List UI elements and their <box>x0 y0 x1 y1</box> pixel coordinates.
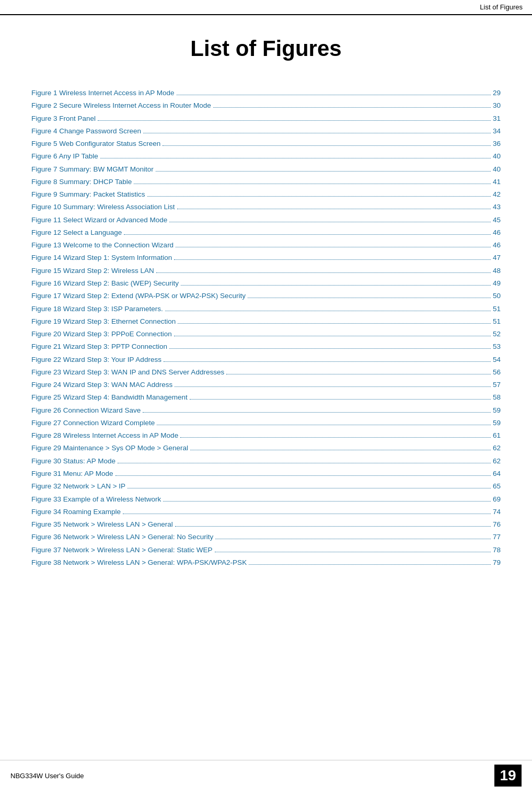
toc-dots <box>190 399 491 400</box>
toc-entry: Figure 20 Wizard Step 3: PPPoE Connectio… <box>31 328 501 340</box>
toc-entry-page: 36 <box>493 138 501 150</box>
toc-entry: Figure 16 Wizard Step 2: Basic (WEP) Sec… <box>31 278 501 289</box>
toc-dots <box>178 323 491 324</box>
toc-entry-page: 59 <box>493 405 501 416</box>
toc-entry-page: 54 <box>493 354 501 366</box>
toc-entry-page: 78 <box>493 544 501 556</box>
toc-entry: Figure 15 Wizard Step 2: Wireless LAN48 <box>31 265 501 277</box>
toc-entry-label: Figure 24 Wizard Step 3: WAN MAC Address <box>31 379 172 391</box>
toc-entry-page: 76 <box>493 519 501 530</box>
toc-dots <box>156 171 491 172</box>
toc-entry-page: 47 <box>493 252 501 264</box>
toc-entry-label: Figure 12 Select a Language <box>31 227 122 238</box>
toc-entry: Figure 9 Summary: Packet Statistics42 <box>31 189 501 200</box>
toc-entry: Figure 22 Wizard Step 3: Your IP Address… <box>31 354 501 366</box>
toc-dots <box>215 539 491 539</box>
toc-dots <box>98 120 491 121</box>
toc-entry-page: 62 <box>493 442 501 454</box>
toc-entry-label: Figure 32 Network > LAN > IP <box>31 481 125 492</box>
toc-entry-label: Figure 23 Wizard Step 3: WAN IP and DNS … <box>31 367 224 378</box>
toc-entry-page: 46 <box>493 240 501 251</box>
toc-entry-label: Figure 17 Wizard Step 2: Extend (WPA-PSK… <box>31 290 246 302</box>
toc-entry: Figure 13 Welcome to the Connection Wiza… <box>31 240 501 251</box>
toc-entry-page: 50 <box>493 290 501 302</box>
toc-dots <box>156 272 491 273</box>
toc-entry-page: 29 <box>493 87 501 99</box>
toc-dots <box>143 412 491 413</box>
toc-entry: Figure 26 Connection Wizard Save59 <box>31 405 501 416</box>
toc-dots <box>174 336 491 336</box>
toc-entry-label: Figure 26 Connection Wizard Save <box>31 405 141 416</box>
toc-entry: Figure 4 Change Password Screen34 <box>31 126 501 137</box>
toc-entry: Figure 17 Wizard Step 2: Extend (WPA-PSK… <box>31 290 501 302</box>
page-main-title: List of Figures <box>0 15 532 87</box>
toc-dots <box>147 196 491 197</box>
toc-entry-page: 79 <box>493 557 501 568</box>
toc-container: Figure 1 Wireless Internet Access in AP … <box>0 87 532 590</box>
toc-entry-page: 45 <box>493 214 501 226</box>
toc-entry-label: Figure 11 Select Wizard or Advanced Mode <box>31 214 167 226</box>
toc-dots <box>163 501 491 502</box>
toc-entry-label: Figure 29 Maintenance > Sys OP Mode > Ge… <box>31 442 188 454</box>
toc-entry-page: 64 <box>493 468 501 480</box>
toc-dots <box>164 361 491 362</box>
toc-dots <box>226 374 491 374</box>
toc-entry-page: 40 <box>493 164 501 175</box>
toc-entry-label: Figure 37 Network > Wireless LAN > Gener… <box>31 544 213 556</box>
toc-entry: Figure 27 Connection Wizard Complete59 <box>31 417 501 429</box>
toc-entry-page: 59 <box>493 417 501 429</box>
toc-entry-label: Figure 14 Wizard Step 1: System Informat… <box>31 252 172 264</box>
toc-dots <box>163 145 491 146</box>
page-header: List of Figures <box>0 0 532 15</box>
toc-entry: Figure 30 Status: AP Mode62 <box>31 456 501 467</box>
toc-entry: Figure 21 Wizard Step 3: PPTP Connection… <box>31 341 501 352</box>
toc-dots <box>215 552 491 552</box>
toc-entry-label: Figure 35 Network > Wireless LAN > Gener… <box>31 519 173 530</box>
toc-dots <box>181 285 491 286</box>
toc-entry-page: 46 <box>493 227 501 238</box>
toc-entry-label: Figure 21 Wizard Step 3: PPTP Connection <box>31 341 167 352</box>
toc-entry-page: 42 <box>493 189 501 200</box>
toc-entry: Figure 38 Network > Wireless LAN > Gener… <box>31 557 501 568</box>
toc-entry-page: 74 <box>493 506 501 518</box>
toc-entry-page: 40 <box>493 151 501 162</box>
toc-dots <box>123 514 491 514</box>
toc-dots <box>143 133 491 133</box>
toc-dots <box>177 95 491 95</box>
toc-entry-page: 62 <box>493 456 501 467</box>
toc-dots <box>169 348 491 349</box>
toc-dots <box>169 222 491 222</box>
toc-entry: Figure 28 Wireless Internet Access in AP… <box>31 430 501 441</box>
toc-dots <box>213 107 491 108</box>
toc-entry-page: 30 <box>493 100 501 111</box>
footer-product-name: NBG334W User's Guide <box>10 772 84 780</box>
toc-entry-label: Figure 13 Welcome to the Connection Wiza… <box>31 240 174 251</box>
toc-entry: Figure 5 Web Configurator Status Screen3… <box>31 138 501 150</box>
toc-entry-page: 48 <box>493 265 501 277</box>
toc-dots <box>115 475 491 476</box>
toc-entry: Figure 24 Wizard Step 3: WAN MAC Address… <box>31 379 501 391</box>
toc-entry-page: 57 <box>493 379 501 391</box>
toc-dots <box>180 437 491 438</box>
toc-entry: Figure 25 Wizard Step 4: Bandwidth Manag… <box>31 392 501 403</box>
toc-entry: Figure 35 Network > Wireless LAN > Gener… <box>31 519 501 530</box>
toc-dots <box>249 564 491 565</box>
toc-entry-page: 58 <box>493 392 501 403</box>
toc-entry-label: Figure 30 Status: AP Mode <box>31 456 115 467</box>
toc-entry-page: 53 <box>493 341 501 352</box>
toc-dots <box>175 526 491 527</box>
toc-entry: Figure 31 Menu: AP Mode64 <box>31 468 501 480</box>
toc-entry-label: Figure 19 Wizard Step 3: Ethernet Connec… <box>31 316 176 327</box>
toc-entry: Figure 36 Network > Wireless LAN > Gener… <box>31 531 501 543</box>
toc-entry-label: Figure 27 Connection Wizard Complete <box>31 417 155 429</box>
toc-entry: Figure 34 Roaming Example74 <box>31 506 501 518</box>
toc-dots <box>165 311 491 311</box>
toc-dots <box>100 158 491 158</box>
toc-entry: Figure 19 Wizard Step 3: Ethernet Connec… <box>31 316 501 327</box>
toc-entry: Figure 7 Summary: BW MGMT Monitor40 <box>31 164 501 175</box>
toc-dots <box>190 450 491 450</box>
toc-dots <box>157 425 491 425</box>
toc-entry-label: Figure 18 Wizard Step 3: ISP Parameters. <box>31 303 163 315</box>
toc-dots <box>177 209 491 209</box>
toc-dots <box>128 488 491 488</box>
